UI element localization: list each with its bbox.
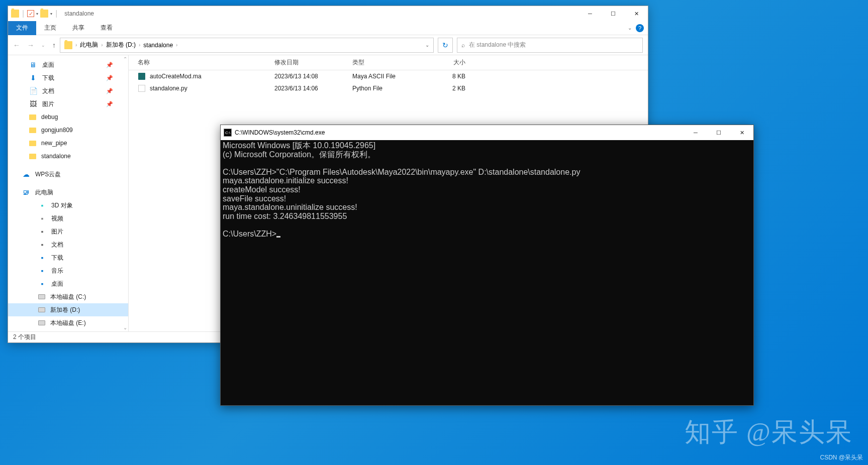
search-icon: ⌕ xyxy=(461,42,465,49)
sidebar-item[interactable]: debug xyxy=(8,110,128,124)
close-button[interactable]: ✕ xyxy=(730,125,753,140)
pin-icon: 📌 xyxy=(106,88,113,94)
address-dropdown-icon[interactable]: ⌄ xyxy=(425,42,429,48)
column-size[interactable]: 大小 xyxy=(425,58,465,67)
sidebar-item[interactable]: 新加卷 (D:) xyxy=(8,303,128,316)
forward-button[interactable]: → xyxy=(27,41,34,49)
sidebar-wps[interactable]: ☁ WPS云盘 xyxy=(8,168,128,181)
column-date[interactable]: 修改日期 xyxy=(274,58,352,67)
window-controls: ─ ☐ ✕ xyxy=(684,125,753,140)
search-input[interactable]: ⌕ 在 standalone 中搜索 xyxy=(457,38,643,53)
chevron-right-icon[interactable]: › xyxy=(75,42,77,48)
file-name: autoCreateMod.ma xyxy=(150,73,202,80)
file-type: Python File xyxy=(352,85,425,92)
navigation-bar: ← → ⌄ ↑ › 此电脑 › 新加卷 (D:) › standalone › … xyxy=(8,35,648,55)
maximize-button[interactable]: ☐ xyxy=(602,6,625,21)
cmd-title: C:\WINDOWS\system32\cmd.exe xyxy=(235,129,325,136)
sidebar-item-label: new_pipe xyxy=(41,140,67,147)
close-button[interactable]: ✕ xyxy=(625,6,648,21)
help-icon[interactable]: ? xyxy=(636,24,644,32)
check-icon[interactable]: ✓ xyxy=(27,10,34,17)
watermark-sub: CSDN @呆头呆 xyxy=(820,453,863,462)
sidebar-item[interactable]: 本地磁盘 (C:) xyxy=(8,290,128,303)
pin-icon: 📌 xyxy=(106,62,113,68)
cursor-icon xyxy=(276,236,280,238)
item-count: 2 个项目 xyxy=(13,333,36,341)
sidebar-item[interactable]: ▪文档 xyxy=(8,238,128,251)
sidebar-item[interactable]: ▪音乐 xyxy=(8,264,128,277)
dropdown-icon[interactable]: ▾ xyxy=(50,12,52,16)
minimize-button[interactable]: ─ xyxy=(578,6,602,21)
computer-icon: 🖳 xyxy=(22,188,30,196)
sidebar-item-label: 下载 xyxy=(51,254,63,262)
sidebar-item[interactable]: 🖼图片📌 xyxy=(8,97,128,110)
sidebar-item[interactable]: standalone xyxy=(8,150,128,163)
terminal-output[interactable]: Microsoft Windows [版本 10.0.19045.2965] (… xyxy=(221,140,753,240)
share-tab[interactable]: 共享 xyxy=(64,21,92,35)
file-icon xyxy=(138,73,145,80)
column-type[interactable]: 类型 xyxy=(352,58,425,67)
file-row[interactable]: standalone.py2023/6/13 14:06Python File2… xyxy=(129,82,648,94)
drive-icon xyxy=(38,320,45,325)
refresh-button[interactable]: ↻ xyxy=(438,38,453,53)
sidebar-thispc[interactable]: 🖳 此电脑 xyxy=(8,186,128,199)
home-tab[interactable]: 主页 xyxy=(36,21,64,35)
file-date: 2023/6/13 14:08 xyxy=(274,73,352,80)
sidebar-item-label: 本地磁盘 (E:) xyxy=(50,319,86,327)
sidebar-item-label: 3D 对象 xyxy=(51,201,73,210)
sidebar-item[interactable]: 📄文档📌 xyxy=(8,84,128,97)
sidebar-item-label: 图片 xyxy=(51,227,63,236)
sidebar-item[interactable]: 本地磁盘 (E:) xyxy=(8,316,128,329)
nav-arrows: ← → ⌄ ↑ xyxy=(13,41,56,49)
cloud-icon: ☁ xyxy=(22,170,30,178)
chevron-right-icon[interactable]: › xyxy=(101,42,103,48)
explorer-titlebar[interactable]: | ✓ ▾ ▾ | standalone ─ ☐ ✕ xyxy=(8,6,648,21)
item-icon: ▪ xyxy=(38,280,46,288)
sidebar-item-label: 图片 xyxy=(42,100,54,108)
file-row[interactable]: autoCreateMod.ma2023/6/13 14:08Maya ASCI… xyxy=(129,70,648,82)
scroll-down-icon[interactable]: ⌄ xyxy=(123,325,127,330)
sidebar-item[interactable]: ▪下载 xyxy=(8,251,128,264)
column-name[interactable]: 名称 xyxy=(129,58,274,67)
up-button[interactable]: ↑ xyxy=(52,41,56,49)
sidebar-item-label: debug xyxy=(41,113,58,121)
item-icon: ▪ xyxy=(38,241,46,249)
sidebar-item[interactable]: gongjun809 xyxy=(8,124,128,137)
view-tab[interactable]: 查看 xyxy=(92,21,121,35)
sidebar-item[interactable]: ▪图片 xyxy=(8,225,128,238)
search-placeholder: 在 standalone 中搜索 xyxy=(469,41,526,49)
chevron-right-icon[interactable]: › xyxy=(139,42,140,48)
pin-icon: 📌 xyxy=(106,101,113,107)
minimize-button[interactable]: ─ xyxy=(684,125,707,140)
sidebar-item[interactable]: ▪3D 对象 xyxy=(8,199,128,212)
sidebar-item[interactable]: ▪桌面 xyxy=(8,277,128,290)
breadcrumb-root[interactable]: 此电脑 xyxy=(80,41,98,49)
navigation-pane[interactable]: ⌃ 🖥桌面📌⬇下载📌📄文档📌🖼图片📌debuggongjun809new_pip… xyxy=(8,55,129,331)
back-button[interactable]: ← xyxy=(13,41,20,49)
chevron-right-icon[interactable]: › xyxy=(176,42,177,48)
sidebar-item[interactable]: new_pipe xyxy=(8,137,128,150)
sidebar-item-label: 桌面 xyxy=(42,61,54,69)
folder-icon xyxy=(29,154,36,159)
address-bar[interactable]: › 此电脑 › 新加卷 (D:) › standalone › ⌄ xyxy=(60,38,434,53)
drive-icon xyxy=(38,307,45,312)
sidebar-item[interactable]: ⬇下载📌 xyxy=(8,71,128,84)
breadcrumb-drive[interactable]: 新加卷 (D:) xyxy=(106,41,136,49)
divider: | xyxy=(55,9,57,18)
item-icon: ▪ xyxy=(38,214,46,222)
cmd-titlebar[interactable]: C:\ C:\WINDOWS\system32\cmd.exe ─ ☐ ✕ xyxy=(221,125,753,140)
watermark: 知乎 @呆头呆 xyxy=(685,415,853,450)
ribbon-expand-icon[interactable]: ⌄ xyxy=(628,25,632,31)
sidebar-item[interactable]: ▪视频 xyxy=(8,212,128,225)
sidebar-item-label: standalone xyxy=(41,153,71,160)
sidebar-item-label: 本地磁盘 (C:) xyxy=(50,293,86,301)
maximize-button[interactable]: ☐ xyxy=(707,125,730,140)
breadcrumb-folder[interactable]: standalone xyxy=(143,42,173,49)
dropdown-icon[interactable]: ▾ xyxy=(36,12,38,16)
item-icon: ▪ xyxy=(38,227,46,236)
recent-dropdown-icon[interactable]: ⌄ xyxy=(41,43,45,48)
item-icon: 📄 xyxy=(29,87,37,95)
file-size: 8 KB xyxy=(425,73,465,80)
sidebar-item[interactable]: 🖥桌面📌 xyxy=(8,58,128,71)
file-tab[interactable]: 文件 xyxy=(8,21,36,35)
